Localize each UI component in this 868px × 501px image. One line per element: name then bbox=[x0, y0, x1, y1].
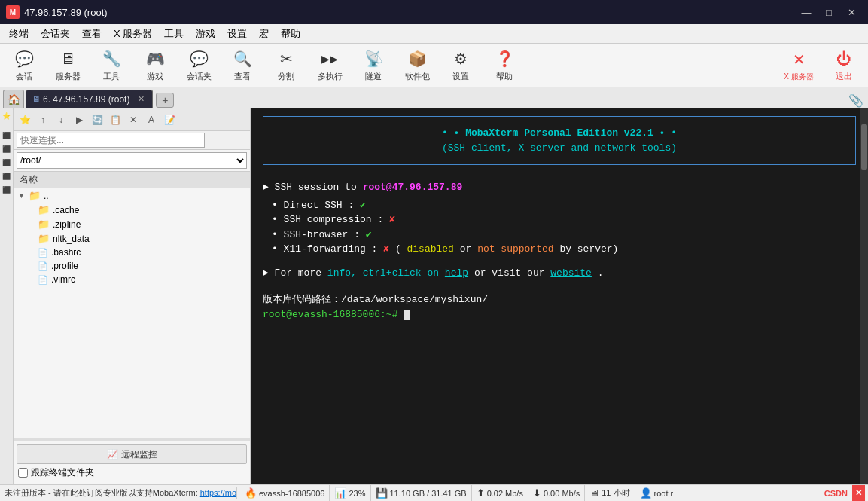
csdn-label: CSDN bbox=[820, 489, 852, 498]
folder-icon: 📁 bbox=[38, 204, 50, 215]
upload-value: 0.02 Mb/s bbox=[487, 489, 523, 498]
csdn-close-button[interactable]: ✕ bbox=[852, 485, 865, 502]
prompt-text: root@evassh-16885006:~# bbox=[263, 309, 397, 320]
website-link[interactable]: website bbox=[550, 267, 592, 279]
status-user: 👤 root r bbox=[635, 485, 679, 502]
toolbar-session-folder[interactable]: 💬 会话夹 bbox=[178, 46, 220, 85]
status-session: 🔥 evassh-16885006 bbox=[240, 485, 330, 502]
sidebar-btn-upload[interactable]: ↑ bbox=[35, 112, 51, 128]
left-icon-5[interactable]: ⬛ bbox=[1, 184, 13, 196]
maximize-button[interactable]: □ bbox=[818, 4, 839, 20]
sidebar-btn-run[interactable]: ▶ bbox=[71, 112, 87, 128]
monitor-label: 远程监控 bbox=[121, 448, 157, 461]
close-button[interactable]: ✕ bbox=[841, 4, 862, 20]
tree-item-bashrc[interactable]: 📄 .bashrc bbox=[23, 246, 250, 259]
toolbar-multiexec[interactable]: ▶▶ 多执行 bbox=[309, 46, 351, 85]
track-checkbox-area: 跟踪终端文件夹 bbox=[17, 464, 247, 481]
upload-icon: ⬆ bbox=[477, 487, 485, 499]
folder-icon: 📁 bbox=[29, 190, 41, 201]
toolbar-packages-label: 软件包 bbox=[405, 71, 430, 82]
monitor-button[interactable]: 📈 远程监控 bbox=[17, 444, 247, 464]
toolbar-server-label: 服务器 bbox=[56, 71, 81, 82]
toolbar-server[interactable]: 🖥 服务器 bbox=[47, 46, 89, 85]
menu-tools[interactable]: 工具 bbox=[158, 26, 190, 42]
toolbar-tunnel[interactable]: 📡 隧道 bbox=[352, 46, 394, 85]
exit-button[interactable]: ⏻ 退出 bbox=[823, 46, 865, 85]
menu-settings[interactable]: 设置 bbox=[221, 26, 253, 42]
menu-session-folder[interactable]: 会话夹 bbox=[35, 26, 76, 42]
field-browser: • SSH-browser : ✔ bbox=[272, 228, 856, 243]
menu-help[interactable]: 帮助 bbox=[275, 26, 306, 42]
status-link[interactable]: https://mobaxterm.mobatek.net bbox=[200, 488, 237, 497]
more-info-line: ► For more info, ctrl+click on help or v… bbox=[263, 266, 856, 281]
tree-item-profile[interactable]: 📄 .profile bbox=[23, 259, 250, 273]
tree-item-cache[interactable]: 📁 .cache bbox=[23, 203, 250, 217]
split-icon: ✂ bbox=[276, 48, 297, 69]
xserver-icon: ✕ bbox=[788, 49, 809, 70]
home-tab[interactable]: 🏠 bbox=[3, 90, 24, 108]
toolbar-games[interactable]: 🎮 游戏 bbox=[134, 46, 176, 85]
sidebar-btn-refresh[interactable]: 🔄 bbox=[89, 112, 105, 128]
tools-icon: 🔧 bbox=[101, 48, 122, 69]
tree-item-parent[interactable]: ▼ 📁 .. bbox=[14, 188, 250, 203]
scrollbar-thumb bbox=[861, 124, 867, 170]
arrow-icon: ▼ bbox=[18, 192, 26, 200]
toolbar-settings[interactable]: ⚙ 设置 bbox=[440, 46, 482, 85]
tree-item-nltk[interactable]: 📁 nltk_data bbox=[23, 231, 250, 246]
menu-terminal[interactable]: 终端 bbox=[3, 26, 35, 42]
menu-view[interactable]: 查看 bbox=[76, 26, 108, 42]
track-label: 跟踪终端文件夹 bbox=[31, 466, 94, 479]
active-tab[interactable]: 🖥 6. 47.96.157.89 (root) ✕ bbox=[26, 90, 153, 108]
status-disk: 💾 11.10 GB / 31.41 GB bbox=[371, 485, 472, 502]
track-checkbox[interactable] bbox=[18, 468, 28, 478]
toolbar-help[interactable]: ❓ 帮助 bbox=[483, 46, 525, 85]
menu-macro[interactable]: 宏 bbox=[253, 26, 275, 42]
tree-item-label: .. bbox=[44, 191, 49, 201]
tab-right-area: 📎 bbox=[848, 93, 868, 108]
left-icon-2[interactable]: ⬛ bbox=[1, 143, 13, 155]
terminal-prompt-line: root@evassh-16885006:~# bbox=[263, 307, 856, 322]
sidebar-btn-download[interactable]: ↓ bbox=[53, 112, 69, 128]
left-icons-strip: ⭐ ⬛ ⬛ ⬛ ⬛ ⬛ bbox=[0, 108, 14, 484]
toolbar-view[interactable]: 🔍 查看 bbox=[221, 46, 263, 85]
quick-connect-input[interactable] bbox=[17, 133, 205, 148]
toolbar-split[interactable]: ✂ 分割 bbox=[265, 46, 307, 85]
help-link[interactable]: help bbox=[445, 267, 468, 279]
download-icon: ⬇ bbox=[533, 487, 541, 499]
toolbar-session[interactable]: 💬 会话 bbox=[3, 46, 45, 85]
menu-games[interactable]: 游戏 bbox=[190, 26, 221, 42]
sidebar-btn-copy[interactable]: 📋 bbox=[107, 112, 123, 128]
xserver-button[interactable]: ✕ X 服务器 bbox=[778, 46, 820, 85]
ssh-session-line: ► SSH session to root@47.96.157.89 bbox=[263, 180, 856, 195]
sidebar-col-name: 名称 bbox=[17, 173, 41, 186]
sidebar-btn-edit[interactable]: 📝 bbox=[161, 112, 178, 128]
left-icon-4[interactable]: ⬛ bbox=[1, 170, 13, 182]
minimize-button[interactable]: — bbox=[796, 4, 817, 20]
welcome-text2: (SSH client, X server and network tools) bbox=[442, 142, 677, 154]
tree-item-vimrc[interactable]: 📄 .vimrc bbox=[23, 273, 250, 286]
toolbar-tools[interactable]: 🔧 工具 bbox=[90, 46, 132, 85]
sidebar-btn-delete[interactable]: ✕ bbox=[125, 112, 142, 128]
toolbar-packages[interactable]: 📦 软件包 bbox=[396, 46, 438, 85]
view-icon: 🔍 bbox=[232, 48, 253, 69]
sidebar-btn-rename[interactable]: A bbox=[143, 112, 160, 128]
tab-close-button[interactable]: ✕ bbox=[136, 94, 146, 105]
left-icon-star[interactable]: ⭐ bbox=[1, 110, 13, 122]
new-tab-button[interactable]: + bbox=[156, 93, 174, 108]
ssh-fields: • Direct SSH : ✔ • SSH compression : ✘ •… bbox=[272, 198, 856, 257]
tree-item-zipline[interactable]: 📁 .zipline bbox=[23, 217, 250, 231]
download-value: 0.00 Mb/s bbox=[544, 489, 580, 498]
cpu-value: 23% bbox=[349, 489, 365, 498]
sidebar-btn-star[interactable]: ⭐ bbox=[17, 112, 33, 128]
path-dropdown[interactable]: /root/ bbox=[17, 152, 247, 169]
terminal-scrollbar[interactable] bbox=[860, 108, 868, 484]
left-icon-3[interactable]: ⬛ bbox=[1, 157, 13, 169]
sidebar-header: 名称 bbox=[14, 172, 250, 188]
tab-label: 6. 47.96.157.89 (root) bbox=[43, 94, 129, 105]
menu-xserver[interactable]: X 服务器 bbox=[108, 26, 158, 42]
tree-item-label: .vimrc bbox=[51, 274, 75, 285]
tree-item-label: nltk_data bbox=[53, 234, 90, 244]
exit-icon: ⏻ bbox=[833, 48, 854, 69]
attachment-icon: 📎 bbox=[848, 93, 863, 108]
left-icon-1[interactable]: ⬛ bbox=[1, 130, 13, 142]
